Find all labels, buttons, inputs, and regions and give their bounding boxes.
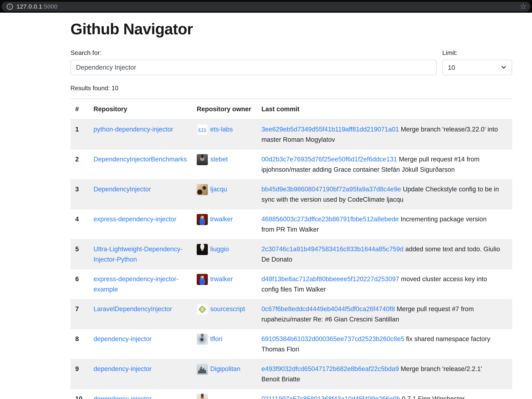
commit-cell: 00d2b3c7e76935d76f25ee50f6d1f2ef6ddce131… [257,149,512,179]
col-header-num: # [70,99,89,119]
repository-cell: Ultra-Lightweight-Dependency-Injector-Py… [89,239,192,269]
row-number: 1 [70,119,89,149]
commit-hash-link[interactable]: 3ee629eb5d7349d55f41b119aff81dd219071a01 [261,126,399,133]
owner-avatar [197,244,208,255]
repository-cell: express-dependency-injector [89,209,192,239]
results-summary: Results found: 10 [70,85,512,92]
search-label: Search for: [70,49,437,56]
results-table: # Repository Repository owner Last commi… [70,98,512,399]
limit-field-group: Limit: 10 [442,49,512,75]
owner-link[interactable]: trwalker [210,215,233,223]
repo-link[interactable]: express-dependency-injector-example [94,276,178,293]
repo-link[interactable]: dependency-injector [94,395,152,399]
owner-cell: ljacqu [192,179,257,209]
avatar-text [197,244,208,255]
owner-link[interactable]: sourcescript [210,305,245,313]
col-header-last-commit: Last commit [257,99,512,119]
commit-hash-link[interactable]: 2c30746c1a91b4947583416c833b1644a85c759d [261,246,404,253]
info-icon[interactable] [7,4,13,10]
row-number: 7 [70,299,89,329]
owner-link[interactable]: ljacqu [210,186,227,193]
commit-hash-link[interactable]: d48f13be8ac712abf80bbeeee5f120227d253097 [261,276,399,282]
avatar-text: S [197,304,208,315]
repo-link[interactable]: dependency-injector [94,365,152,372]
avatar-text [197,274,208,285]
owner-cell: stebet [192,149,257,179]
repo-link[interactable]: Ultra-Lightweight-Dependency-Injector-Py… [94,246,183,263]
table-row: 9 dependency-injector Digipolitan e493f9… [70,359,512,389]
commit-hash-link[interactable]: bb45d9e3b98608047190bf72a95fa9a37d8c4e9e [261,186,401,193]
row-number: 9 [70,359,89,389]
owner-link[interactable]: Digipolitan [210,365,241,372]
row-number: 2 [70,149,89,179]
commit-cell: 69105384b61032d000365ee737cd2523b260c8e5… [257,329,512,359]
url-host: 127.0.0.1 [17,3,42,10]
table-row: 5 Ultra-Lightweight-Dependency-Injector-… [70,239,512,269]
limit-label: Limit: [442,49,512,56]
table-row: 3 DependencyInjector ljacqu bb45d9e3b986… [70,179,512,209]
repository-cell: python-dependency-injector [89,119,192,149]
repository-cell: dependency-injector [89,359,192,389]
address-bar[interactable]: 127.0.0.1:5000 [2,2,530,11]
repository-cell: DependencyInjectorBenchmarks [89,149,192,179]
table-row: 8 dependency-injector tflori 69105384b61… [70,329,512,359]
repo-link[interactable]: DependencyInjectorBenchmarks [94,156,187,163]
results-table-body: 1 python-dependency-injector ETSets-labs… [70,119,512,399]
search-input[interactable] [70,60,437,75]
page-title: Github Navigator [70,20,512,38]
commit-hash-link[interactable]: 02111997e57c85801368f43a10d45f409e266e0b [261,395,400,399]
row-number: 6 [70,269,89,299]
avatar-text [197,394,208,399]
owner-cell: trwalker [192,269,257,299]
owner-cell: Ssourcescript [192,299,257,329]
repo-link[interactable]: dependency-injector [94,335,152,343]
repository-cell: DependencyInjector [89,179,192,209]
owner-link[interactable]: ets-labs [210,126,233,133]
repo-link[interactable]: DependencyInjector [94,186,151,193]
commit-hash-link[interactable]: 69105384b61032d000365ee737cd2523b260c8e5 [261,335,404,343]
row-number: 8 [70,329,89,359]
commit-cell: bb45d9e3b98608047190bf72a95fa9a37d8c4e9e… [257,179,512,209]
commit-hash-link[interactable]: e493f9032dfcd65047172b682e8b6eaf22c5bda9 [261,365,399,372]
commit-cell: 2c30746c1a91b4947583416c833b1644a85c759d… [257,239,512,269]
repo-link[interactable]: express-dependency-injector [94,215,176,223]
avatar-text [197,364,208,375]
repo-link[interactable]: python-dependency-injector [94,126,173,133]
table-row: 4 express-dependency-injector trwalker 4… [70,209,512,239]
avatar-text [197,184,208,195]
browser-chrome: 127.0.0.1:5000 ☆ [0,0,532,13]
avatar-text: ETS [197,124,208,135]
row-number: 4 [70,209,89,239]
search-field-group: Search for: [70,49,437,75]
row-number: 5 [70,239,89,269]
url-port: :5000 [42,3,58,10]
col-header-owner: Repository owner [192,99,257,119]
owner-link[interactable]: liuggio [210,246,229,253]
repo-link[interactable]: LaravelDependencyInjector [94,305,172,313]
limit-select[interactable]: 10 [442,60,512,75]
owner-link[interactable]: trwalker [210,276,233,282]
owner-cell: liuggio [192,239,257,269]
repository-cell: dependency-injector [89,329,192,359]
owner-cell: tflori [192,329,257,359]
owner-avatar [197,214,208,225]
owner-avatar [197,334,208,345]
owner-avatar [197,364,208,375]
owner-avatar [197,184,208,195]
commit-cell: 3ee629eb5d7349d55f41b119aff81dd219071a01… [257,119,512,149]
commit-hash-link[interactable]: 0c67f6be8eddcd4449eb4044f5df0ca26f4740f8 [261,305,395,313]
commit-message: 0.7.1 Finn Winchester [402,395,464,399]
table-row: 10 dependency-injector FinnWinchester 02… [70,389,512,399]
owner-avatar [197,394,208,399]
commit-hash-link[interactable]: 00d2b3c7e76935d76f25ee50f6d1f2ef6ddce131 [261,156,397,163]
repository-cell: express-dependency-injector-example [89,269,192,299]
bookmark-star-icon[interactable]: ☆ [520,2,527,11]
owner-link[interactable]: stebet [210,156,228,163]
avatar-text [197,334,208,345]
owner-avatar: ETS [197,124,208,135]
row-number: 3 [70,179,89,209]
owner-link[interactable]: tflori [210,335,222,343]
row-number: 10 [70,389,89,399]
commit-hash-link[interactable]: 468856003c273dffce23b86791fbbe512a8ebede [261,215,399,223]
table-row: 2 DependencyInjectorBenchmarks stebet 00… [70,149,512,179]
